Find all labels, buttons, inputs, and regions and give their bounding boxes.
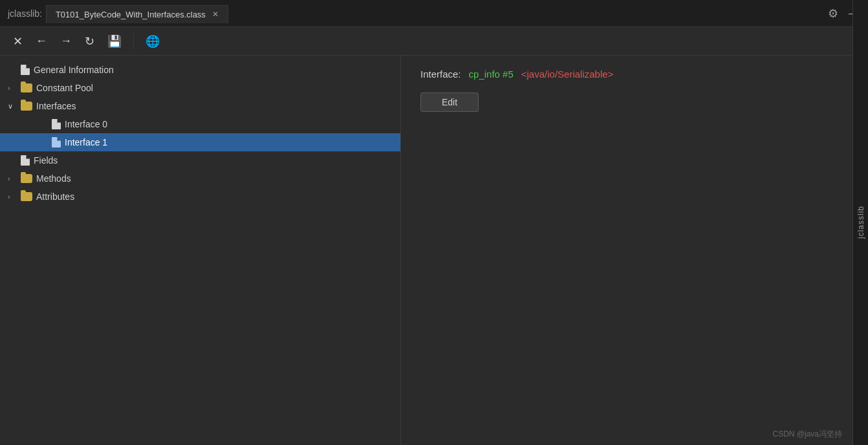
tree-item-interface-1[interactable]: Interface 1 xyxy=(0,133,400,151)
tree-item-fields[interactable]: Fields xyxy=(0,151,400,169)
folder-icon-methods xyxy=(21,174,32,183)
tree-item-general-info[interactable]: General Information xyxy=(0,61,400,79)
folder-icon-interfaces xyxy=(21,102,32,111)
footer-label: CSDN @java冯坚持 xyxy=(772,429,842,439)
doc-icon-interface-1 xyxy=(52,137,61,147)
tree-label-fields: Fields xyxy=(34,155,58,166)
toolbar-separator xyxy=(133,34,134,49)
doc-icon-fields xyxy=(21,155,30,166)
cp-info-link[interactable]: cp_info #5 xyxy=(469,69,514,80)
title-bar: jclasslib: T0101_ByteCode_With_Interface… xyxy=(0,0,868,27)
file-tree: General Information › Constant Pool ∨ In… xyxy=(0,56,401,445)
save-button[interactable]: 💾 xyxy=(103,32,125,51)
tab-close-button[interactable]: ✕ xyxy=(212,10,219,19)
chevron-interfaces: ∨ xyxy=(8,102,17,111)
chevron-attributes: › xyxy=(8,193,17,201)
chevron-methods: › xyxy=(8,175,17,182)
tree-label-interface-1: Interface 1 xyxy=(65,137,107,147)
tree-label-constant-pool: Constant Pool xyxy=(36,83,93,93)
tree-label-interfaces: Interfaces xyxy=(36,101,76,111)
tree-label-methods: Methods xyxy=(36,173,71,184)
forward-button[interactable]: → xyxy=(56,32,76,50)
right-sidebar-label: jclasslib xyxy=(856,206,865,239)
interface-label: Interface: xyxy=(420,69,461,80)
settings-icon[interactable]: ⚙ xyxy=(828,6,838,21)
refresh-button[interactable]: ↻ xyxy=(81,32,98,51)
folder-icon-attributes xyxy=(21,192,32,201)
tab-label: T0101_ByteCode_With_Interfaces.class xyxy=(56,10,206,19)
main-layout: General Information › Constant Pool ∨ In… xyxy=(0,56,868,445)
interface-info-row: Interface: cp_info #5 <java/io/Serializa… xyxy=(420,69,849,80)
tree-item-attributes[interactable]: › Attributes xyxy=(0,188,400,206)
tree-item-interface-0[interactable]: Interface 0 xyxy=(0,115,400,133)
footer-text: CSDN @java冯坚持 xyxy=(772,429,842,440)
folder-icon-constant-pool xyxy=(21,83,32,92)
tree-label-general-info: General Information xyxy=(34,65,114,75)
edit-button[interactable]: Edit xyxy=(420,92,479,112)
chevron-constant-pool: › xyxy=(8,84,17,92)
globe-button[interactable]: 🌐 xyxy=(142,32,164,51)
tree-label-attributes: Attributes xyxy=(36,191,74,202)
tree-item-constant-pool[interactable]: › Constant Pool xyxy=(0,79,400,97)
file-tab[interactable]: T0101_ByteCode_With_Interfaces.class ✕ xyxy=(46,5,228,23)
right-sidebar: jclasslib xyxy=(852,0,868,445)
toolbar: ✕ ← → ↻ 💾 🌐 xyxy=(0,27,868,56)
tree-item-interfaces[interactable]: ∨ Interfaces xyxy=(0,97,400,115)
tree-label-interface-0: Interface 0 xyxy=(65,119,107,129)
java-type-label: <java/io/Serializable> xyxy=(521,69,614,80)
close-button[interactable]: ✕ xyxy=(9,32,27,51)
tree-item-methods[interactable]: › Methods xyxy=(0,169,400,188)
back-button[interactable]: ← xyxy=(32,32,51,50)
content-panel: Interface: cp_info #5 <java/io/Serializa… xyxy=(401,56,868,445)
doc-icon-interface-0 xyxy=(52,119,61,129)
doc-icon-general-info xyxy=(21,65,30,75)
app-name: jclasslib: xyxy=(8,8,42,19)
